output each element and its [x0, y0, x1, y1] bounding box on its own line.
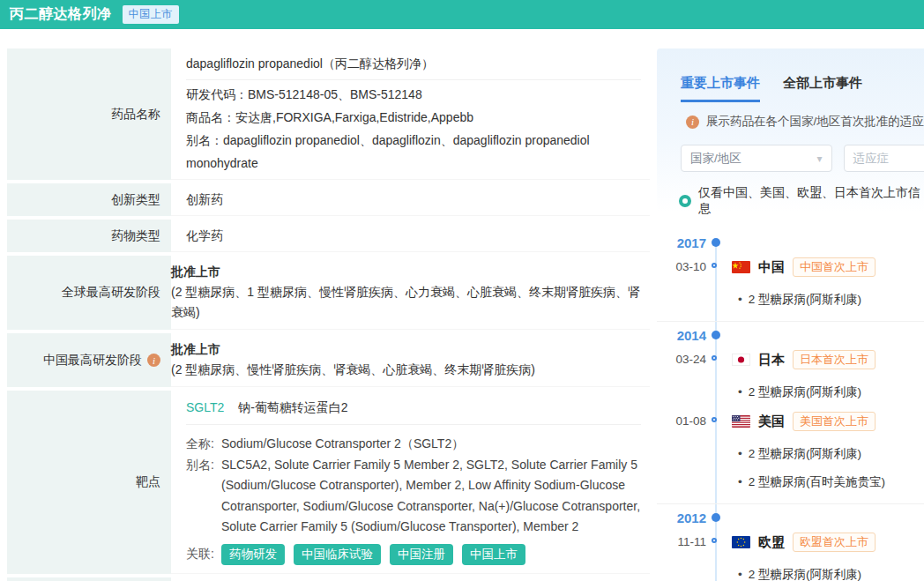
info-icon: i [686, 115, 699, 129]
first-launch-radio[interactable] [679, 195, 691, 207]
events-notice-text: 展示药品在各个国家/地区首次批准的适应症、 [706, 114, 924, 130]
event-date: 11-11 [657, 533, 706, 552]
indication-item: 2 型糖尿病(阿斯利康) [738, 440, 924, 468]
event-dot-icon [712, 417, 717, 422]
timeline-dot-icon [712, 513, 720, 522]
table-row-drug-type: 药物类型 化学药 [7, 220, 650, 252]
china-stage-detail: (2 型糖尿病、慢性肾脏疾病、肾衰竭、心脏衰竭、终末期肾脏疾病) [171, 360, 650, 380]
first-launch-radio-label: 仅看中国、美国、欧盟、日本首次上市信息 [698, 185, 924, 217]
row-label: 药品名称 [7, 48, 171, 180]
timeline-year: 2012 [657, 510, 706, 527]
target-fullname-label: 全称: [186, 434, 221, 455]
dev-code: 研发代码：BMS-512148-05、BMS-512148 [186, 83, 641, 106]
timeline-event-group: 201211-11欧盟欧盟首次上市2 型糖尿病(阿斯利康)心脏衰竭(阿斯利康)终… [657, 503, 924, 581]
row-label: 创新类型 [7, 183, 171, 216]
table-row-target: 靶点 SGLT2 钠-葡萄糖转运蛋白2 全称: Sodium/Glucose C… [7, 391, 650, 574]
table-row-china-stage: 中国最高研发阶段 i 批准上市 (2 型糖尿病、慢性肾脏疾病、肾衰竭、心脏衰竭、… [7, 333, 650, 387]
indication-item: 2 型糖尿病(阿斯利康) [738, 561, 924, 581]
relation-tag[interactable]: 药物研发 [221, 544, 285, 565]
timeline-year: 2014 [657, 327, 706, 345]
info-icon[interactable]: i [147, 354, 160, 367]
timeline-year: 2017 [657, 235, 706, 252]
tab-important-events[interactable]: 重要上市事件 [681, 75, 760, 102]
tab-all-events[interactable]: 全部上市事件 [783, 75, 862, 102]
target-alias: SLC5A2, Solute Carrier Family 5 Member 2… [221, 455, 641, 538]
row-label: 全球最高研发阶段 [7, 256, 171, 330]
drug-aliases: 别名：dapagliflozin propanediol、dapaglifloz… [186, 129, 641, 175]
event-date: 03-24 [657, 350, 706, 369]
row-label: 靶点 [7, 391, 171, 574]
flag-us-icon [732, 415, 750, 428]
table-row-innovation: 创新类型 创新药 [7, 183, 650, 216]
flag-jp-icon [732, 354, 750, 366]
timeline-event-group: 01-08美国美国首次上市2 型糖尿病(阿斯利康)2 型糖尿病(百时美施贵宝) [657, 412, 924, 496]
event-country: 美国 [758, 413, 785, 430]
first-launch-tag: 中国首次上市 [793, 257, 876, 277]
row-label: 作用机制 [7, 577, 171, 581]
timeline-event-group: 201403-24日本日本首次上市2 型糖尿病(阿斯利康) [657, 321, 924, 406]
trade-name: 商品名：安达唐,FORXIGA,Farxiga,Edistride,Appebb [186, 106, 641, 129]
timeline-event-group: 201703-10中国中国首次上市2 型糖尿病(阿斯利康) [657, 235, 924, 314]
row-label: 药物类型 [7, 220, 171, 252]
indication-item: 2 型糖尿病(百时美施贵宝) [738, 468, 924, 496]
event-country: 欧盟 [758, 534, 785, 551]
page-title: 丙二醇达格列净 [10, 5, 112, 24]
launch-events-panel: 重要上市事件 全部上市事件 i 展示药品在各个国家/地区首次批准的适应症、 国家… [657, 48, 924, 581]
event-date: 01-08 [657, 412, 706, 431]
status-badge: 中国上市 [123, 5, 179, 24]
flag-eu-icon [732, 536, 750, 548]
drug-type-value: 化学药 [171, 220, 650, 252]
country-region-select[interactable]: 国家/地区 ▾ [681, 145, 832, 172]
innovation-value: 创新药 [171, 183, 650, 216]
indication-input[interactable]: 适应症 [844, 145, 924, 172]
table-row-name: 药品名称 dapagliflozin propanediol（丙二醇达格列净） … [7, 48, 650, 180]
relation-tag[interactable]: 中国上市 [462, 544, 525, 565]
event-date: 03-10 [657, 257, 706, 277]
target-name-cn: 钠-葡萄糖转运蛋白2 [238, 400, 347, 414]
target-relation-label: 关联: [186, 547, 221, 562]
row-label: 中国最高研发阶段 [43, 353, 142, 369]
global-stage-detail: (2 型糖尿病、1 型糖尿病、慢性肾脏疾病、心力衰竭、心脏衰竭、终末期肾脏疾病、… [171, 282, 650, 323]
event-country: 日本 [758, 352, 785, 369]
drug-name-primary: dapagliflozin propanediol（丙二醇达格列净） [186, 48, 641, 80]
global-stage-status: 批准上市 [171, 261, 650, 282]
event-dot-icon [712, 263, 717, 268]
target-alias-label: 别名: [186, 455, 221, 538]
timeline-dot-icon [712, 331, 720, 339]
target-symbol-link[interactable]: SGLT2 [186, 400, 224, 414]
chevron-down-icon: ▾ [817, 153, 823, 165]
launch-timeline: 201703-10中国中国首次上市2 型糖尿病(阿斯利康)201403-24日本… [657, 235, 924, 578]
target-relation-tags: 药物研发中国临床试验中国注册中国上市 [221, 544, 525, 565]
event-dot-icon [712, 538, 717, 543]
event-country: 中国 [758, 259, 785, 276]
first-launch-tag: 日本首次上市 [793, 350, 876, 369]
indication-item: 2 型糖尿病(阿斯利康) [738, 378, 924, 406]
relation-tag[interactable]: 中国临床试验 [294, 544, 381, 565]
target-fullname: Sodium/Glucose Cotransporter 2（SGLT2） [221, 434, 641, 455]
flag-cn-icon [732, 261, 750, 273]
first-launch-tag: 欧盟首次上市 [793, 533, 876, 552]
indication-item: 2 型糖尿病(阿斯利康) [738, 286, 924, 314]
first-launch-tag: 美国首次上市 [793, 412, 876, 431]
relation-tag[interactable]: 中国注册 [390, 544, 453, 565]
page-header: 丙二醇达格列净 中国上市 [0, 0, 924, 29]
china-stage-status: 批准上市 [171, 339, 650, 360]
event-dot-icon [712, 355, 717, 361]
moa-value: Sodium glucose transporter-2 inhibitor（钠… [171, 577, 650, 581]
table-row-global-stage: 全球最高研发阶段 批准上市 (2 型糖尿病、1 型糖尿病、慢性肾脏疾病、心力衰竭… [7, 256, 650, 330]
timeline-dot-icon [712, 238, 720, 247]
table-row-moa: 作用机制 Sodium glucose transporter-2 inhibi… [7, 577, 650, 581]
events-tabs: 重要上市事件 全部上市事件 [657, 48, 924, 102]
drug-info-table: 药品名称 dapagliflozin propanediol（丙二醇达格列净） … [7, 48, 650, 581]
